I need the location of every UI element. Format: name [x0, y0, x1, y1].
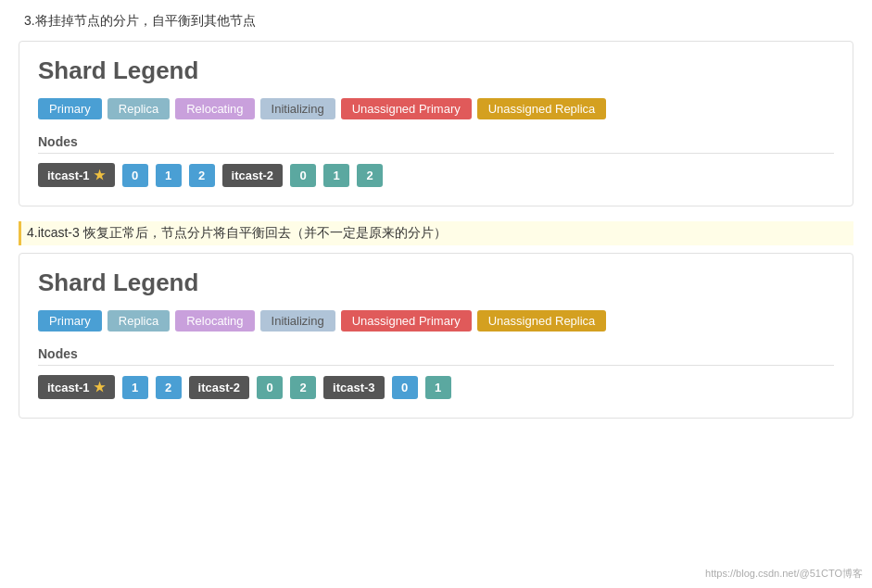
badge-relocating-1: Relocating — [175, 98, 254, 119]
node-itcast-1-b: itcast-1 ★ — [38, 375, 115, 399]
badge-initializing-2: Initializing — [260, 310, 335, 332]
badge-initializing-1: Initializing — [260, 98, 335, 119]
star-icon-1: ★ — [94, 168, 106, 182]
badge-unassigned-replica-1: Unassigned Replica — [477, 98, 607, 119]
node-name-1b: itcast-1 — [47, 381, 90, 394]
shard-card-1: Shard Legend Primary Replica Relocating … — [19, 41, 853, 206]
shard-b-3-1: 1 — [425, 376, 451, 399]
badge-replica-1: Replica — [107, 98, 170, 119]
shard-b-2-1: 2 — [290, 376, 316, 399]
shard-1-1: 1 — [156, 164, 182, 187]
node-itcast-2-b: itcast-2 — [189, 376, 250, 399]
shard-1-2: 2 — [189, 164, 215, 187]
shard-1-0: 0 — [122, 164, 148, 187]
badge-unassigned-primary-1: Unassigned Primary — [341, 98, 472, 119]
section2-title: 4.itcast-3 恢复正常后，节点分片将自平衡回去（并不一定是原来的分片） — [19, 221, 853, 245]
node-name-2: itcast-2 — [232, 169, 274, 182]
node-itcast-2: itcast-2 — [222, 164, 284, 187]
badge-primary-1: Primary — [38, 98, 102, 119]
legend-row-2: Primary Replica Relocating Initializing … — [38, 310, 834, 332]
shard-legend-title-1: Shard Legend — [38, 56, 834, 85]
shard-card-2: Shard Legend Primary Replica Relocating … — [19, 253, 853, 419]
node-itcast-3-b: itcast-3 — [323, 376, 385, 399]
shard-2-1: 1 — [323, 164, 349, 187]
badge-unassigned-replica-2: Unassigned Replica — [477, 310, 607, 332]
page-wrapper: 3.将挂掉节点的分片，自平衡到其他节点 Shard Legend Primary… — [0, 0, 872, 435]
node-name-3b: itcast-3 — [333, 381, 375, 394]
legend-row-1: Primary Replica Relocating Initializing … — [38, 98, 834, 119]
star-icon-2: ★ — [94, 380, 106, 394]
node-itcast-1: itcast-1 ★ — [38, 163, 115, 187]
nodes-row-2: itcast-1 ★ 1 2 itcast-2 0 2 itcast-3 0 1 — [38, 375, 834, 399]
node-name-2b: itcast-2 — [198, 381, 241, 394]
shard-b-1-1: 2 — [156, 376, 182, 399]
shard-b-1-0: 1 — [122, 376, 148, 399]
shard-b-3-0: 0 — [392, 376, 418, 399]
section1-title: 3.将挂掉节点的分片，自平衡到其他节点 — [19, 9, 853, 33]
shard-2-2: 2 — [357, 164, 383, 187]
shard-legend-title-2: Shard Legend — [38, 269, 834, 297]
badge-relocating-2: Relocating — [175, 310, 254, 332]
nodes-row-1: itcast-1 ★ 0 1 2 itcast-2 0 1 2 — [38, 163, 834, 187]
watermark: https://blog.csdn.net/@51CTO博客 — [705, 567, 863, 581]
nodes-label-1: Nodes — [38, 134, 834, 154]
shard-b-2-0: 0 — [257, 376, 283, 399]
badge-primary-2: Primary — [38, 310, 102, 332]
nodes-label-2: Nodes — [38, 346, 834, 366]
node-name-1: itcast-1 — [47, 169, 90, 182]
shard-2-0: 0 — [290, 164, 316, 187]
badge-replica-2: Replica — [107, 310, 170, 332]
badge-unassigned-primary-2: Unassigned Primary — [341, 310, 472, 332]
